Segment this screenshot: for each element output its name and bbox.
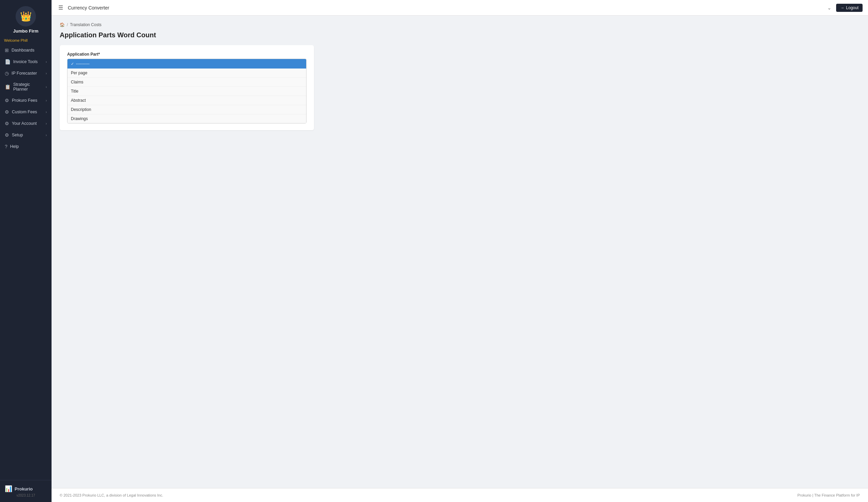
logo-emoji: 👑	[20, 11, 32, 22]
application-part-dropdown[interactable]: ✓ ---------- Per page Claims Title Abstr…	[67, 59, 307, 123]
setup-icon: ⚙	[5, 132, 9, 138]
page-footer: © 2021-2023 Prokurio LLC, a division of …	[52, 488, 868, 502]
sidebar-item-strategic-planner[interactable]: 📋 Strategic Planner ›	[0, 79, 52, 95]
sidebar-item-prokuro-fees[interactable]: ⚙ Prokuro Fees ›	[0, 95, 52, 106]
dropdown-option-per-page[interactable]: Per page	[68, 69, 306, 78]
chevron-right-icon: ›	[46, 133, 47, 137]
page-title: Application Parts Word Count	[60, 31, 860, 39]
sidebar-item-setup[interactable]: ⚙ Setup ›	[0, 129, 52, 141]
sidebar-item-label: Dashboards	[11, 48, 34, 53]
chevron-right-icon: ›	[46, 85, 47, 89]
top-bar: ☰ Currency Converter ⌄ → Logout	[52, 0, 868, 16]
version-label: v2023.12.17	[5, 493, 47, 497]
invoice-tools-icon: 📄	[5, 59, 11, 64]
sidebar-item-label: Help	[10, 144, 19, 149]
sidebar-item-invoice-tools[interactable]: 📄 Invoice Tools ›	[0, 56, 52, 68]
brand-area: 📊 Prokurio	[5, 485, 47, 492]
brand-name: Prokurio	[14, 486, 32, 491]
breadcrumb-home[interactable]: 🏠	[60, 22, 65, 27]
application-part-label: Application Part*	[67, 52, 307, 57]
sidebar-item-label: Invoice Tools	[13, 59, 38, 64]
dashboards-icon: ⊞	[5, 48, 9, 53]
topbar-right: ⌄ → Logout	[825, 4, 862, 12]
dropdown-option-description[interactable]: Description	[68, 105, 306, 114]
sidebar-item-label: IP Forecaster	[11, 71, 37, 76]
breadcrumb: 🏠 / Translation Costs	[60, 22, 860, 27]
breadcrumb-current: Translation Costs	[70, 22, 101, 27]
dropdown-option-title[interactable]: Title	[68, 87, 306, 96]
chevron-down-button[interactable]: ⌄	[825, 4, 834, 11]
chevron-right-icon: ›	[46, 99, 47, 102]
dropdown-option-abstract[interactable]: Abstract	[68, 96, 306, 105]
your-account-icon: ⚙	[5, 121, 9, 126]
sidebar-item-ip-forecaster[interactable]: ◷ IP Forecaster ›	[0, 68, 52, 79]
sidebar-item-help[interactable]: ? Help	[0, 141, 52, 152]
content-card: Application Part* ✓ ---------- Per page …	[60, 45, 314, 130]
sidebar-footer: 📊 Prokurio v2023.12.17	[0, 480, 52, 502]
copyright-text: © 2021-2023 Prokurio LLC, a division of …	[60, 493, 163, 497]
breadcrumb-separator: /	[67, 22, 68, 27]
topbar-title: Currency Converter	[68, 5, 822, 11]
custom-fees-icon: ⚙	[5, 109, 9, 115]
hamburger-button[interactable]: ☰	[57, 3, 64, 12]
strategic-planner-icon: 📋	[5, 84, 11, 90]
main-content: ☰ Currency Converter ⌄ → Logout 🏠 / Tran…	[52, 0, 868, 502]
page-body: 🏠 / Translation Costs Application Parts …	[52, 16, 868, 488]
sidebar: 👑 Jumbo Firm Welcome Phill ⊞ Dashboards …	[0, 0, 52, 502]
dropdown-selected-option[interactable]: ✓ ----------	[68, 59, 306, 69]
sidebar-item-your-account[interactable]: ⚙ Your Account ›	[0, 118, 52, 129]
ip-forecaster-icon: ◷	[5, 71, 9, 76]
logo-icon: 👑	[16, 6, 36, 27]
chevron-right-icon: ›	[46, 122, 47, 125]
sidebar-item-label: Your Account	[12, 121, 37, 126]
dropdown-option-drawings[interactable]: Drawings	[68, 114, 306, 123]
check-icon: ✓	[71, 62, 74, 66]
sidebar-item-label: Custom Fees	[12, 110, 37, 114]
prokuro-fees-icon: ⚙	[5, 98, 9, 103]
brand-icon: 📊	[5, 485, 12, 492]
sidebar-item-label: Strategic Planner	[13, 82, 43, 92]
footer-tagline: Prokurio | The Finance Platform for IP	[797, 493, 860, 497]
sidebar-item-custom-fees[interactable]: ⚙ Custom Fees ›	[0, 106, 52, 118]
chevron-right-icon: ›	[46, 110, 47, 114]
dropdown-box[interactable]: ✓ ---------- Per page Claims Title Abstr…	[67, 59, 307, 123]
selected-value: ----------	[76, 61, 90, 66]
logout-button[interactable]: → Logout	[836, 4, 862, 12]
sidebar-item-label: Setup	[12, 133, 23, 137]
logout-label: Logout	[846, 6, 858, 10]
dropdown-option-claims[interactable]: Claims	[68, 78, 306, 87]
welcome-text: Welcome Phill	[0, 37, 52, 44]
logout-icon: →	[840, 6, 844, 10]
dropdown-options-list: Per page Claims Title Abstract Descripti…	[68, 69, 306, 123]
chevron-right-icon: ›	[46, 72, 47, 75]
sidebar-nav: ⊞ Dashboards 📄 Invoice Tools › ◷ IP Fore…	[0, 44, 52, 480]
help-icon: ?	[5, 144, 8, 149]
firm-name: Jumbo Firm	[13, 29, 38, 33]
sidebar-item-dashboards[interactable]: ⊞ Dashboards	[0, 44, 52, 56]
sidebar-logo: 👑 Jumbo Firm	[0, 0, 52, 37]
sidebar-item-label: Prokuro Fees	[12, 98, 37, 103]
chevron-right-icon: ›	[46, 60, 47, 64]
